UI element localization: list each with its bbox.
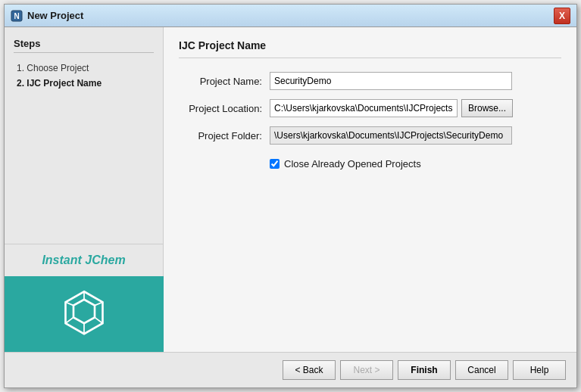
sidebar: Steps 1. Choose Project 2. IJC Project N… (5, 27, 164, 352)
hex-icon (58, 288, 111, 341)
sidebar-logo (5, 276, 164, 352)
project-name-label: Project Name: (179, 76, 270, 87)
dialog-title: New Project (27, 10, 554, 21)
browse-button[interactable]: Browse... (461, 99, 513, 117)
back-button[interactable]: < Back (283, 360, 336, 380)
finish-button[interactable]: Finish (398, 360, 451, 380)
svg-marker-3 (73, 300, 95, 324)
help-button[interactable]: Help (513, 360, 566, 380)
svg-line-6 (95, 317, 103, 323)
project-folder-label: Project Folder: (179, 130, 270, 142)
sidebar-item-ijc-project-name: 2. IJC Project Name (14, 76, 154, 91)
svg-line-9 (66, 302, 74, 305)
svg-text:N: N (14, 12, 19, 20)
section-title: IJC Project Name (179, 39, 561, 58)
close-projects-checkbox[interactable] (270, 159, 280, 169)
main-panel: IJC Project Name Project Name: Project L… (164, 27, 576, 352)
steps-title: Steps (14, 38, 154, 53)
project-location-row: Project Location: Browse... (179, 99, 561, 117)
dialog-footer: < Back Next > Finish Cancel Help (5, 352, 576, 387)
close-projects-row: Close Already Opened Projects (270, 158, 561, 170)
svg-line-8 (66, 317, 74, 323)
sidebar-item-choose-project: 1. Choose Project (14, 61, 154, 76)
dialog-window: N New Project X Steps 1. Choose Project … (4, 4, 577, 388)
project-name-row: Project Name: (179, 72, 561, 90)
project-folder-row: Project Folder: (179, 126, 561, 145)
project-name-input[interactable] (270, 72, 512, 90)
svg-line-5 (95, 302, 103, 305)
step-2-number: 2. (17, 78, 24, 89)
close-projects-label: Close Already Opened Projects (284, 158, 421, 170)
step-1-label: Choose Project (27, 63, 89, 73)
cancel-button[interactable]: Cancel (455, 360, 508, 380)
step-2-label: IJC Project Name (27, 78, 102, 89)
dialog-icon: N (11, 10, 23, 22)
dialog-body: Steps 1. Choose Project 2. IJC Project N… (5, 27, 576, 352)
close-button[interactable]: X (554, 8, 570, 24)
project-folder-input[interactable] (270, 126, 512, 145)
project-location-input[interactable] (270, 99, 458, 117)
step-1-number: 1. (17, 63, 24, 73)
project-location-label: Project Location: (179, 103, 270, 114)
sidebar-steps: Steps 1. Choose Project 2. IJC Project N… (5, 27, 163, 244)
branding-label: Instant JChem (5, 244, 163, 276)
title-bar: N New Project X (5, 5, 576, 27)
next-button[interactable]: Next > (340, 360, 393, 380)
